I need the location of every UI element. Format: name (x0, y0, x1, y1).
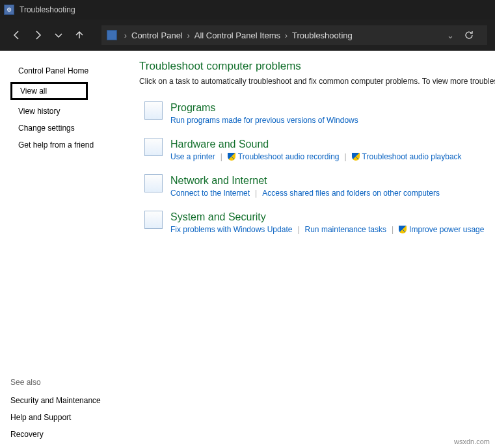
task-link-label: Run maintenance tasks (305, 225, 386, 234)
separator: | (392, 225, 394, 234)
task-link[interactable]: Run maintenance tasks (305, 225, 386, 234)
category-title[interactable]: System and Security (170, 211, 495, 224)
back-button[interactable] (8, 26, 26, 44)
breadcrumb-item[interactable]: All Control Panel Items (194, 31, 280, 40)
see-also-link[interactable]: Help and Support (10, 409, 101, 426)
task-link[interactable]: Run programs made for previous versions … (170, 116, 358, 125)
navbar: › Control Panel › All Control Panel Item… (0, 20, 495, 51)
app-icon: ⚙ (4, 5, 14, 15)
address-bar[interactable]: › Control Panel › All Control Panel Item… (101, 25, 487, 45)
category-icon (144, 211, 163, 229)
chevron-right-icon: › (185, 31, 192, 40)
separator: | (344, 152, 346, 161)
task-link-label: Fix problems with Windows Update (170, 225, 292, 234)
window-title: Troubleshooting (20, 5, 75, 14)
task-link-label: Run programs made for previous versions … (170, 116, 358, 125)
location-icon (107, 30, 117, 40)
task-link[interactable]: Connect to the Internet (170, 189, 250, 198)
arrow-right-icon (33, 30, 43, 40)
page-title: Troubleshoot computer problems (139, 60, 495, 73)
task-link[interactable]: Use a printer (170, 152, 215, 161)
see-also-header: See also (10, 378, 101, 387)
shield-icon (399, 226, 407, 233)
task-link-label: Access shared files and folders on other… (262, 189, 440, 198)
page-subtitle: Click on a task to automatically trouble… (139, 77, 495, 86)
category-title[interactable]: Network and Internet (170, 174, 495, 187)
separator: | (255, 189, 257, 198)
category-icon (144, 101, 163, 120)
category-title[interactable]: Programs (170, 101, 495, 114)
task-link-label: Improve power usage (409, 225, 484, 234)
shield-icon (228, 153, 235, 161)
task-link[interactable]: Troubleshoot audio playback (352, 152, 462, 161)
titlebar: ⚙ Troubleshooting (0, 0, 495, 20)
category-links: Connect to the Internet|Access shared fi… (170, 189, 495, 198)
up-button[interactable] (70, 26, 88, 44)
task-link-label: Troubleshoot audio recording (238, 152, 340, 161)
breadcrumb-item[interactable]: Troubleshooting (292, 31, 353, 40)
forward-button[interactable] (29, 26, 47, 44)
chevron-right-icon: › (122, 31, 129, 40)
watermark: wsxdn.com (454, 438, 490, 445)
separator: | (221, 152, 222, 161)
sidebar-item-change-settings[interactable]: Change settings (10, 120, 129, 137)
task-link-label: Use a printer (170, 152, 215, 161)
sidebar-item-home[interactable]: Control Panel Home (10, 62, 129, 79)
sidebar-item-get-help[interactable]: Get help from a friend (10, 137, 129, 153)
task-link-label: Troubleshoot audio playback (362, 152, 462, 161)
category: System and SecurityFix problems with Win… (139, 211, 495, 234)
category-icon (144, 174, 163, 192)
category: Hardware and SoundUse a printer|Troubles… (139, 138, 495, 161)
refresh-icon (464, 30, 474, 40)
chevron-down-icon (53, 30, 64, 40)
task-link[interactable]: Access shared files and folders on other… (262, 189, 440, 198)
category: Network and InternetConnect to the Inter… (139, 174, 495, 198)
sidebar: Control Panel Home View all View history… (0, 51, 137, 448)
arrow-left-icon (12, 30, 22, 40)
breadcrumb-item[interactable]: Control Panel (131, 31, 183, 40)
category-links: Fix problems with Windows Update|Run mai… (170, 225, 495, 234)
chevron-down-icon[interactable]: ⌄ (447, 31, 453, 40)
main-panel: Troubleshoot computer problems Click on … (137, 51, 495, 448)
see-also-link[interactable]: Recovery (10, 426, 101, 443)
sidebar-item-view-all[interactable]: View all (10, 82, 88, 100)
shield-icon (352, 153, 360, 161)
task-link[interactable]: Fix problems with Windows Update (170, 225, 292, 234)
category: ProgramsRun programs made for previous v… (139, 101, 495, 125)
see-also-section: See also Security and Maintenance Help a… (10, 378, 101, 443)
task-link-label: Connect to the Internet (170, 189, 250, 198)
category-links: Use a printer|Troubleshoot audio recordi… (170, 152, 495, 161)
refresh-button[interactable] (456, 30, 482, 40)
category-icon (144, 138, 163, 156)
see-also-link[interactable]: Security and Maintenance (10, 392, 101, 409)
separator: | (297, 225, 299, 234)
task-link[interactable]: Improve power usage (399, 225, 484, 234)
sidebar-item-view-history[interactable]: View history (10, 103, 129, 120)
task-link[interactable]: Troubleshoot audio recording (228, 152, 340, 161)
arrow-up-icon (74, 30, 85, 40)
category-title[interactable]: Hardware and Sound (170, 138, 495, 151)
recent-dropdown[interactable] (49, 26, 68, 44)
content-area: Control Panel Home View all View history… (0, 51, 495, 448)
category-links: Run programs made for previous versions … (170, 116, 495, 125)
chevron-right-icon: › (283, 31, 289, 40)
